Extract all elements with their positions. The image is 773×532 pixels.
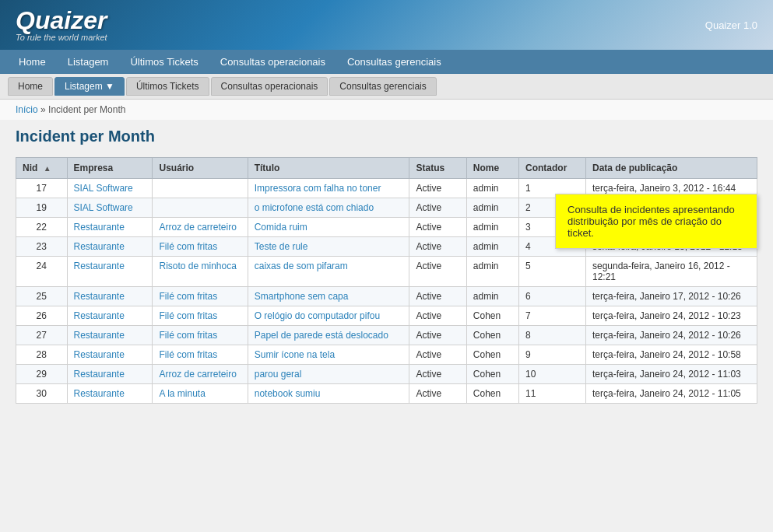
cell-titulo[interactable]: Papel de parede está deslocado [248,326,409,345]
link-usuario[interactable]: Arroz de carreteiro [159,222,236,233]
link-empresa[interactable]: SIAL Software [74,183,133,194]
cell-empresa[interactable]: Restaurante [67,345,153,365]
tab-listagem[interactable]: Listagem ▼ [54,77,125,96]
cell-usuario[interactable]: Risoto de minhoca [153,257,248,287]
top-nav-consultas-ger[interactable]: Consultas gerenciais [336,50,452,74]
col-nid[interactable]: Nid ▲ [16,158,68,179]
cell-titulo[interactable]: caixas de som pifaram [248,257,409,287]
link-empresa[interactable]: Restaurante [74,291,125,302]
cell-contador: 6 [519,287,586,306]
cell-usuario[interactable]: Filé com fritas [153,237,248,257]
cell-data: terça-feira, Janeiro 24, 2012 - 11:03 [585,365,757,384]
cell-titulo[interactable]: notebook sumiu [248,384,409,404]
top-nav-listagem[interactable]: Listagem [57,50,120,74]
cell-titulo[interactable]: O relógio do computador pifou [248,306,409,326]
cell-status: Active [409,365,466,384]
top-nav-consultas-op[interactable]: Consultas operacionais [209,50,336,74]
tab-consultas-ger[interactable]: Consultas gerenciais [329,77,436,96]
breadcrumb-home[interactable]: Início [16,104,38,115]
link-empresa[interactable]: Restaurante [74,310,125,321]
link-empresa[interactable]: Restaurante [74,369,125,380]
cell-nid: 30 [16,384,68,404]
link-usuario[interactable]: A la minuta [159,388,205,399]
tab-home[interactable]: Home [8,77,53,96]
link-titulo[interactable]: o microfone está com chiado [255,202,374,213]
link-titulo[interactable]: parou geral [255,369,302,380]
cell-titulo[interactable]: Teste de rule [248,237,409,257]
link-empresa[interactable]: Restaurante [74,241,125,252]
cell-empresa[interactable]: SIAL Software [67,198,153,218]
cell-titulo[interactable]: Smartphone sem capa [248,287,409,306]
col-titulo: Título [248,158,409,179]
cell-titulo[interactable]: parou geral [248,365,409,384]
cell-usuario[interactable]: Filé com fritas [153,345,248,365]
link-empresa[interactable]: SIAL Software [74,202,133,213]
cell-contador: 11 [519,384,586,404]
table-row: 26RestauranteFilé com fritasO relógio do… [16,306,757,326]
tooltip-box: Consulta de incidentes apresentando dist… [555,194,757,249]
cell-titulo[interactable]: o microfone está com chiado [248,198,409,218]
second-nav: Home Listagem ▼ Últimos Tickets Consulta… [0,74,773,100]
col-contador: Contador [519,158,586,179]
link-titulo[interactable]: Teste de rule [255,241,308,252]
link-usuario[interactable]: Arroz de carreteiro [159,369,236,380]
link-usuario[interactable]: Filé com fritas [159,241,217,252]
cell-usuario[interactable] [153,198,248,218]
link-empresa[interactable]: Restaurante [74,261,125,271]
cell-usuario[interactable]: Filé com fritas [153,306,248,326]
link-usuario[interactable]: Filé com fritas [159,291,217,302]
cell-titulo[interactable]: Comida ruim [248,218,409,237]
link-titulo[interactable]: O relógio do computador pifou [255,310,380,321]
link-titulo[interactable]: notebook sumiu [255,388,321,399]
cell-nome: Cohen [466,326,518,345]
top-nav-home[interactable]: Home [8,50,57,74]
link-titulo[interactable]: Papel de parede está deslocado [255,330,388,341]
link-titulo[interactable]: Comida ruim [255,222,307,233]
cell-status: Active [409,384,466,404]
cell-usuario[interactable] [153,179,248,198]
cell-usuario[interactable]: Arroz de carreteiro [153,365,248,384]
link-empresa[interactable]: Restaurante [74,349,125,360]
cell-status: Active [409,345,466,365]
cell-usuario[interactable]: Filé com fritas [153,326,248,345]
cell-empresa[interactable]: Restaurante [67,365,153,384]
cell-empresa[interactable]: Restaurante [67,287,153,306]
link-empresa[interactable]: Restaurante [74,222,125,233]
cell-nome: admin [466,237,518,257]
cell-empresa[interactable]: Restaurante [67,257,153,287]
link-empresa[interactable]: Restaurante [74,388,125,399]
tab-ultimos-tickets[interactable]: Últimos Tickets [126,77,209,96]
breadcrumb-current: Incident per Month [48,104,125,115]
link-usuario[interactable]: Filé com fritas [159,349,217,360]
cell-usuario[interactable]: A la minuta [153,384,248,404]
cell-nome: admin [466,179,518,198]
link-empresa[interactable]: Restaurante [74,330,125,341]
cell-titulo[interactable]: Sumir ícone na tela [248,345,409,365]
table-row: 30RestauranteA la minutanotebook sumiuAc… [16,384,757,404]
link-titulo[interactable]: caixas de som pifaram [255,261,348,271]
cell-nid: 24 [16,257,68,287]
link-titulo[interactable]: Sumir ícone na tela [255,349,335,360]
link-usuario[interactable]: Filé com fritas [159,330,217,341]
cell-empresa[interactable]: Restaurante [67,326,153,345]
cell-empresa[interactable]: Restaurante [67,384,153,404]
cell-usuario[interactable]: Arroz de carreteiro [153,218,248,237]
cell-status: Active [409,306,466,326]
cell-titulo[interactable]: Impressora com falha no toner [248,179,409,198]
link-usuario[interactable]: Risoto de minhoca [159,261,236,271]
cell-empresa[interactable]: SIAL Software [67,179,153,198]
cell-nome: admin [466,198,518,218]
cell-usuario[interactable]: Filé com fritas [153,287,248,306]
link-titulo[interactable]: Impressora com falha no toner [255,183,381,194]
cell-empresa[interactable]: Restaurante [67,218,153,237]
cell-data: terça-feira, Janeiro 17, 2012 - 10:26 [585,287,757,306]
link-usuario[interactable]: Filé com fritas [159,310,217,321]
sort-arrow-nid: ▲ [44,164,51,173]
top-nav-ultimos[interactable]: Últimos Tickets [119,50,209,74]
cell-empresa[interactable]: Restaurante [67,306,153,326]
cell-empresa[interactable]: Restaurante [67,237,153,257]
top-nav: Home Listagem Últimos Tickets Consultas … [0,50,773,74]
tab-consultas-op[interactable]: Consultas operacionais [211,77,329,96]
link-titulo[interactable]: Smartphone sem capa [255,291,349,302]
cell-nome: Cohen [466,306,518,326]
